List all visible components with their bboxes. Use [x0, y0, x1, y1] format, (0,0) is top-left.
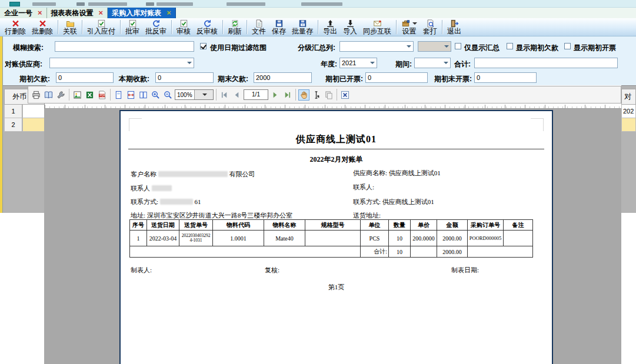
total-qty: 10 — [389, 246, 411, 258]
overlay-print-button[interactable]: 套打 — [420, 18, 440, 36]
nav-prev-icon[interactable] — [231, 89, 242, 101]
text-select-tool-icon[interactable] — [311, 89, 322, 101]
fuzzy-search-input[interactable] — [55, 41, 194, 52]
contact-method-line: 联系方式: 61 — [131, 198, 201, 206]
checked-form-icon — [128, 19, 137, 28]
page-whole-icon[interactable] — [138, 89, 149, 101]
batch-delete-button[interactable]: 批删除 — [29, 18, 56, 36]
export-excel-icon[interactable] — [84, 89, 95, 101]
preview-canvas[interactable]: 供应商线上测试01 2022年2月对账单 客户名称 有限公司 联系人 联系方式:… — [44, 109, 621, 364]
exit-button[interactable]: 退出 — [444, 18, 464, 36]
table-header-row: 序号 送货日期 送货单号 物料代码 物料名称 规格型号 单位 数量 单价 金额 … — [130, 220, 533, 231]
table-total-row: 合计: 10 2000.00 — [130, 246, 533, 258]
tab-purchase-inbound-reconciliation[interactable]: 采购入库对账表 × — [108, 8, 176, 18]
dropdown-caret-icon[interactable] — [412, 22, 417, 25]
show-opening-invoice-checkbox[interactable] — [564, 43, 571, 49]
sum-input[interactable] — [474, 58, 618, 68]
batch-unapprove-button[interactable]: 批反审 — [142, 18, 169, 36]
tab-bar: 企业一号 × 报表表格设置 × 采购入库对账表 × — [0, 8, 636, 18]
arrow-down-icon — [346, 19, 355, 28]
toolbox-icon — [401, 19, 410, 28]
supplier-name-line: 供应商名称: 供应商线上测试01 — [353, 169, 441, 178]
export-image-icon[interactable] — [72, 89, 83, 101]
grid-row-number[interactable]: 1 — [4, 105, 22, 118]
grid-cell-selected[interactable] — [621, 118, 636, 132]
row-delete-button[interactable]: 行删除 — [2, 18, 29, 36]
link-button[interactable]: 关联 — [60, 18, 80, 36]
grid-column-header[interactable]: 对 — [621, 89, 636, 105]
grid-cell[interactable] — [22, 105, 46, 118]
supplier-contact-line: 联系人: — [353, 183, 374, 192]
opening-uninvoiced-label: 期初未开票: — [434, 74, 472, 84]
data-grid-right: 对 202 — [621, 85, 636, 213]
redacted-text — [160, 199, 193, 205]
period-receipt-input[interactable] — [155, 72, 214, 83]
group-summary-select-2[interactable] — [418, 41, 451, 52]
tab-close-icon[interactable]: × — [99, 9, 104, 16]
hand-tool-icon[interactable] — [298, 89, 309, 101]
toolbar-separator — [295, 89, 296, 101]
file-button[interactable]: 文件 — [249, 18, 269, 36]
settings-button[interactable]: 设置 — [398, 18, 420, 36]
grid-cell[interactable]: 202 — [621, 105, 636, 118]
main-toolbar: 行删除 批删除 关联 引入应付 批审 批反审 审核 反审核 刷新 文件 — [0, 18, 636, 36]
book-view-icon[interactable] — [43, 89, 54, 101]
save-button[interactable]: 保存 — [269, 18, 289, 36]
zoom-in-icon[interactable] — [150, 89, 161, 101]
batch-approve-button[interactable]: 批审 — [122, 18, 142, 36]
delete-x-icon — [38, 19, 47, 28]
tab-close-icon[interactable]: × — [38, 9, 42, 16]
delete-x-icon — [11, 19, 20, 28]
zoom-out-icon[interactable] — [162, 89, 174, 101]
checked-form-icon — [97, 19, 106, 28]
batch-save-button[interactable]: 批量存 — [289, 18, 316, 36]
unapprove-button[interactable]: 反审核 — [194, 18, 221, 36]
period-select[interactable] — [414, 58, 451, 68]
year-select[interactable]: 2021 — [339, 58, 377, 68]
page-actual-icon[interactable] — [113, 89, 124, 101]
page-fit-width-icon[interactable] — [125, 89, 136, 101]
use-date-filter-checkbox[interactable] — [200, 43, 207, 49]
chevron-down-icon — [442, 58, 450, 68]
total-label: 合计: — [361, 246, 389, 258]
tab-report-table-settings[interactable]: 报表表格设置 × — [47, 8, 108, 18]
sync-button[interactable]: 同步互联 — [360, 18, 394, 36]
toolbar-separator — [216, 89, 217, 101]
envelope-icon — [373, 19, 382, 28]
nav-last-icon[interactable] — [282, 89, 293, 101]
exit-door-icon — [450, 19, 459, 28]
grid-row-number[interactable]: 2 — [4, 118, 22, 132]
refresh-button[interactable]: 刷新 — [225, 18, 245, 36]
tab-close-icon[interactable]: × — [167, 9, 171, 16]
export-pdf-icon[interactable]: PDF — [96, 89, 108, 101]
nav-next-icon[interactable] — [269, 89, 281, 101]
close-preview-icon[interactable] — [339, 89, 351, 101]
nav-first-icon[interactable] — [219, 89, 230, 101]
opening-debt-label: 期初欠款: — [19, 74, 50, 84]
export-button[interactable]: 导出 — [320, 18, 340, 36]
opening-uninvoiced-input[interactable] — [474, 72, 537, 83]
supplier-select[interactable] — [49, 58, 194, 68]
copy-tool-icon[interactable] — [323, 89, 334, 101]
ending-debt-input[interactable] — [254, 72, 312, 83]
opening-debt-input[interactable] — [56, 72, 114, 83]
setup-icon[interactable] — [55, 89, 66, 101]
grid-cell-selected[interactable] — [22, 118, 46, 132]
toolbar-separator — [442, 20, 442, 34]
opening-invoiced-input[interactable] — [365, 72, 428, 83]
tab-enterprise-one[interactable]: 企业一号 × — [0, 8, 47, 18]
zoom-level-select[interactable]: 100% — [175, 89, 214, 100]
folder-icon — [66, 19, 75, 28]
import-payable-button[interactable]: 引入应付 — [84, 18, 118, 36]
show-opening-debt-checkbox[interactable] — [507, 43, 513, 49]
page-magnifier-icon — [426, 19, 435, 28]
only-summary-checkbox[interactable] — [455, 43, 461, 49]
page-number-input[interactable]: 1/1 — [244, 89, 268, 100]
chevron-down-icon — [185, 58, 194, 68]
sum-label: 合计: — [454, 59, 471, 69]
group-summary-select[interactable] — [339, 41, 414, 52]
print-icon[interactable] — [31, 89, 42, 101]
import-button[interactable]: 导入 — [340, 18, 360, 36]
approve-button[interactable]: 审核 — [174, 18, 194, 36]
page-number: 第1页 — [121, 283, 552, 292]
